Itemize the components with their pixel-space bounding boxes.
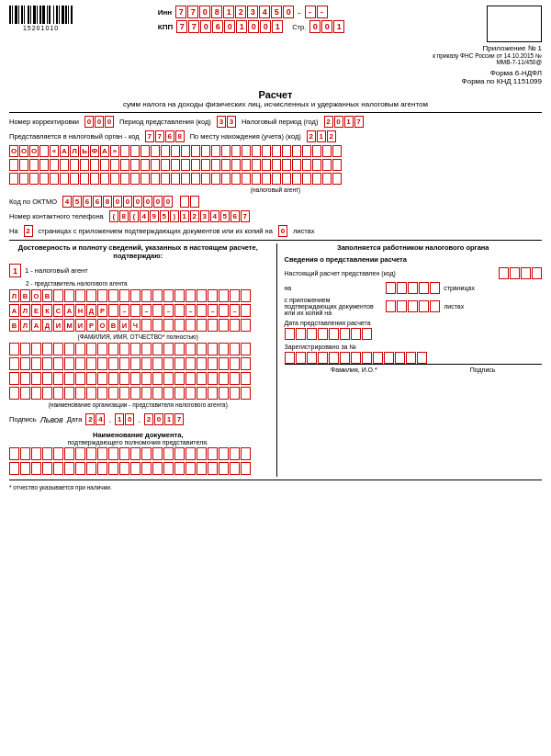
doc-c-11 (119, 447, 129, 460)
doc2-c-10 (108, 462, 118, 475)
org-c-2: О (19, 145, 28, 157)
n2-5: С (53, 304, 63, 317)
er2-8 (86, 357, 96, 370)
footnote: * отчество указывается при наличии. (9, 484, 542, 491)
org-c-6: А (60, 145, 69, 157)
name-row-2: А Л Е К С А Н Д Р – – – – – – (9, 304, 267, 317)
org2-c-16 (161, 159, 170, 171)
main-title: Расчет (9, 89, 542, 100)
inn-cell-2: 7 (187, 6, 198, 18)
podpis-footer-label: Подпись (470, 367, 496, 373)
org-cell-1: 7 (145, 130, 154, 142)
org2-c-13 (130, 159, 140, 171)
divider-3 (9, 480, 542, 480)
rg-13 (417, 352, 427, 364)
er3-9 (97, 372, 107, 385)
er2-14 (152, 357, 163, 370)
n3-21 (230, 319, 240, 332)
inn-cell-1: 7 (175, 6, 186, 18)
inn-cells: 7 7 0 8 1 2 3 4 5 0 (175, 6, 294, 18)
oktmo-e1 (180, 196, 189, 208)
er1-15 (163, 343, 174, 355)
org-c-10: А (100, 145, 109, 157)
org-c-15 (151, 145, 160, 157)
doc-name-title: Наименование документа, (9, 431, 267, 439)
er4-12 (130, 387, 141, 400)
data-label: Дата (67, 415, 83, 423)
n1-5 (53, 289, 63, 302)
oktmo-6: 0 (113, 196, 122, 208)
fields-row-1: Номер корректировки 0 0 0 Период предста… (9, 116, 542, 128)
sub-title: сумм налога на доходы физических лиц, ис… (9, 100, 542, 108)
phone-5: 9 (150, 210, 159, 222)
sign1-label: 1 - налоговый агент (25, 266, 88, 275)
phone-9: 2 (190, 210, 199, 222)
reg-cells (285, 352, 543, 364)
pages-row: На 2 страницах с приложением подтверждаю… (9, 225, 542, 237)
org3-c-5 (50, 173, 59, 185)
org-c-9: Ф (90, 145, 99, 157)
er4-6 (64, 387, 74, 400)
inn-extra-1: - (305, 6, 316, 18)
dy-3: 1 (164, 413, 174, 425)
er2-19 (208, 357, 218, 370)
rg-5 (329, 352, 339, 364)
kpp-cell-7: 0 (248, 20, 259, 33)
org3-c-32 (322, 173, 332, 185)
org-c-32 (322, 145, 332, 157)
org2-c-33 (332, 159, 342, 171)
n2-14 (152, 304, 163, 317)
rs-label-2: на (285, 285, 383, 291)
dp-2 (296, 328, 306, 340)
str-label: Стр. (292, 23, 306, 31)
kpp-cell-8: 0 (260, 20, 271, 33)
rs-c1-2 (510, 267, 520, 279)
phone-10: 3 (200, 210, 209, 222)
org-c-22 (221, 145, 231, 157)
oktmo-7: 0 (123, 196, 132, 208)
er4-15 (163, 387, 174, 400)
tax-period-cells: 2 0 1 7 (324, 116, 364, 128)
oktmo-extra (180, 196, 199, 208)
n3-12: Ч (130, 319, 141, 332)
dp-7 (351, 328, 361, 340)
n1-2: В (20, 289, 30, 302)
org3-c-2 (19, 173, 28, 185)
tp-cell-4: 7 (354, 116, 364, 128)
rs-c2-5 (430, 282, 440, 294)
org3-c-14 (141, 173, 150, 185)
rs-cells-1 (499, 267, 542, 279)
er4-18 (197, 387, 207, 400)
doc2-c-21 (230, 462, 240, 475)
doc2-c-5 (53, 462, 63, 475)
er1-2 (20, 343, 30, 355)
loc-cell-1: 2 (307, 130, 316, 142)
n3-15 (163, 319, 174, 332)
inn-row: Инн 7 7 0 8 1 2 3 4 5 0 - - - (158, 6, 345, 18)
n3-17 (186, 319, 196, 332)
appendix-label: Приложение № 1 (422, 44, 542, 52)
str-cell-3: 1 (333, 20, 344, 33)
kpp-cell-2: 7 (188, 20, 199, 33)
date-sep2: . (138, 414, 141, 424)
inn-cell-4: 8 (211, 6, 222, 18)
er3-14 (152, 372, 163, 385)
empty-rows-section (9, 343, 267, 400)
oktmo-label: Код по ОКТМО (9, 197, 57, 206)
rs-label-3: с приложением подтверждающих документов … (285, 297, 383, 316)
org3-c-4 (39, 173, 49, 185)
podpis-value: Львов (40, 415, 63, 424)
n3-6: М (64, 319, 74, 332)
empty-row-3 (9, 372, 267, 385)
er3-1 (9, 372, 19, 385)
oktmo-e2 (190, 196, 199, 208)
er3-19 (208, 372, 218, 385)
er3-12 (130, 372, 141, 385)
n1-14 (152, 289, 163, 302)
org3-c-33 (332, 173, 342, 185)
er2-1 (9, 357, 19, 370)
kpp-cell-1: 7 (176, 20, 187, 33)
org-c-14 (141, 145, 150, 157)
rg-9 (373, 352, 383, 364)
org3-c-24 (242, 173, 251, 185)
